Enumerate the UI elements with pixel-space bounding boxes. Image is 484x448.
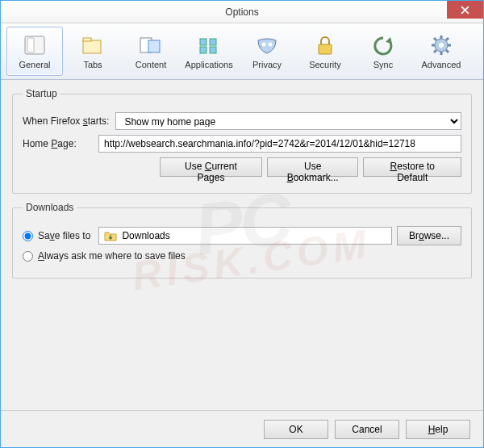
content-area: Startup When Firefox starts: Show my hom… (1, 80, 483, 410)
lock-icon (312, 34, 338, 57)
home-page-label: Home Page: (23, 138, 92, 149)
gear-icon (428, 34, 454, 57)
content-icon (138, 34, 164, 57)
use-current-pages-button[interactable]: Use Current Pages (160, 157, 262, 177)
switch-icon (22, 34, 48, 57)
dialog-footer: OK Cancel Help (1, 410, 483, 447)
tab-advanced[interactable]: Advanced (413, 27, 469, 76)
mask-icon (254, 34, 280, 57)
ok-button[interactable]: OK (264, 420, 328, 439)
svg-rect-6 (200, 39, 207, 45)
svg-rect-3 (83, 38, 91, 41)
sync-icon (370, 34, 396, 57)
browse-button[interactable]: Browse... (397, 226, 461, 245)
always-ask-label: Always ask me where to save files (38, 250, 186, 262)
tab-applications[interactable]: Applications (181, 27, 237, 76)
home-page-input[interactable] (98, 135, 461, 153)
svg-rect-12 (319, 44, 332, 54)
cancel-button[interactable]: Cancel (335, 420, 399, 439)
folder-tabs-icon (80, 34, 106, 57)
download-path-text: Downloads (122, 230, 169, 241)
folder-icon (104, 230, 117, 241)
svg-rect-9 (210, 47, 216, 53)
when-firefox-starts-label: When Firefox starts: (23, 115, 109, 127)
svg-line-21 (434, 50, 436, 52)
tab-sync[interactable]: Sync (355, 27, 411, 76)
startup-legend: Startup (23, 88, 60, 99)
svg-rect-1 (27, 38, 34, 52)
downloads-legend: Downloads (23, 202, 77, 213)
tab-tabs[interactable]: Tabs (65, 27, 121, 76)
window-title: Options (225, 6, 258, 18)
titlebar: Options (1, 1, 483, 23)
svg-line-19 (434, 38, 436, 40)
downloads-group: Downloads Save files to Downloads Browse… (12, 202, 472, 278)
help-button[interactable]: Help (406, 420, 470, 439)
download-path-box: Downloads (98, 227, 392, 245)
svg-rect-7 (210, 39, 216, 45)
svg-rect-2 (83, 40, 101, 53)
options-window: Options General Tabs Content Application… (0, 0, 484, 448)
svg-line-22 (446, 38, 449, 40)
close-icon (461, 6, 469, 15)
tab-privacy[interactable]: Privacy (239, 27, 295, 76)
category-toolbar: General Tabs Content Applications Privac… (1, 23, 483, 80)
svg-rect-5 (148, 40, 160, 52)
tab-security[interactable]: Security (297, 27, 353, 76)
save-files-to-radio[interactable] (23, 231, 33, 241)
save-files-to-label: Save files to (38, 230, 90, 241)
always-ask-radio[interactable] (23, 251, 33, 262)
tab-general[interactable]: General (6, 27, 63, 76)
svg-rect-8 (200, 47, 207, 53)
use-bookmark-button[interactable]: Use Bookmark... (267, 157, 359, 177)
startup-group: Startup When Firefox starts: Show my hom… (12, 88, 472, 194)
svg-line-20 (446, 50, 449, 52)
tab-content[interactable]: Content (123, 27, 179, 76)
applications-icon (196, 34, 222, 57)
svg-point-11 (269, 42, 273, 46)
svg-point-10 (262, 42, 266, 46)
close-button[interactable] (447, 1, 483, 19)
restore-default-button[interactable]: Restore to Default (363, 157, 461, 177)
svg-point-14 (439, 43, 444, 48)
when-firefox-starts-select[interactable]: Show my home page (115, 112, 461, 130)
